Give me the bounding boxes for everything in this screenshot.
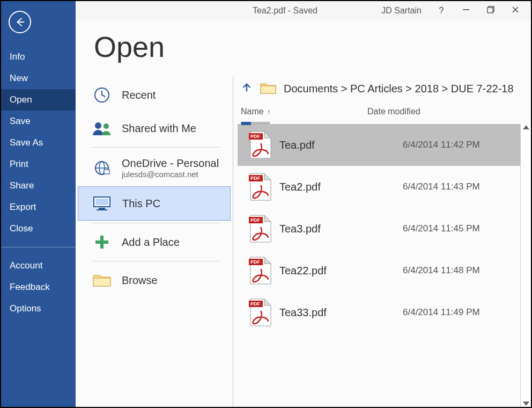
- location-item-shared-with-me[interactable]: Shared with Me: [76, 112, 233, 145]
- sidebar-item-open[interactable]: Open: [1, 89, 76, 111]
- folder-icon: [260, 81, 276, 97]
- file-row[interactable]: PDFTea33.pdf6/4/2014 11:49 PM: [238, 292, 520, 333]
- pdf-file-icon: PDF: [242, 130, 279, 159]
- up-level-button[interactable]: [241, 81, 253, 97]
- onedrive-icon: [92, 159, 112, 177]
- file-date: 6/4/2014 11:45 PM: [403, 223, 480, 234]
- location-item-label: Add a Place: [122, 236, 180, 249]
- pdf-file-icon: PDF: [242, 298, 279, 327]
- back-button[interactable]: [9, 11, 31, 33]
- sidebar-item-options[interactable]: Options: [1, 298, 76, 319]
- sidebar-item-label: Open: [10, 94, 32, 105]
- sidebar-item-save-as[interactable]: Save As: [1, 132, 76, 154]
- locations-panel: RecentShared with MeOneDrive - Personalj…: [76, 76, 233, 407]
- location-item-label: Shared with Me: [122, 122, 196, 135]
- close-window-button[interactable]: [511, 6, 520, 16]
- sidebar-item-save[interactable]: Save: [1, 111, 76, 132]
- file-list: PDFTea.pdf6/4/2014 11:42 PMPDFTea2.pdf6/…: [238, 124, 520, 407]
- minimize-button[interactable]: [461, 6, 471, 16]
- column-resize-slider[interactable]: [241, 122, 270, 124]
- main-content: Tea2.pdf - Saved JD Sartain ? Open Recen…: [76, 1, 531, 407]
- file-date: 6/4/2014 11:48 PM: [403, 265, 480, 276]
- location-item-recent[interactable]: Recent: [76, 78, 233, 112]
- breadcrumb-path[interactable]: Documents > PC Articles > 2018 > DUE 7-2…: [284, 83, 514, 95]
- backstage-sidebar: InfoNewOpenSaveSave AsPrintShareExportCl…: [1, 1, 76, 407]
- location-divider: [92, 147, 220, 148]
- sidebar-item-info[interactable]: Info: [1, 46, 76, 68]
- sidebar-item-label: Export: [10, 202, 36, 212]
- sidebar-item-label: Print: [10, 159, 28, 169]
- user-name[interactable]: JD Sartain: [381, 6, 422, 16]
- svg-text:PDF: PDF: [250, 259, 261, 265]
- svg-rect-11: [104, 170, 109, 174]
- sidebar-item-account[interactable]: Account: [1, 255, 76, 276]
- file-row[interactable]: PDFTea.pdf6/4/2014 11:42 PM: [238, 124, 520, 166]
- scrollbar[interactable]: [520, 124, 531, 407]
- sidebar-item-label: Account: [10, 260, 42, 271]
- pdf-file-icon: PDF: [242, 172, 279, 201]
- minimize-icon: [462, 6, 470, 13]
- sidebar-item-label: Feedback: [10, 282, 50, 292]
- clock-icon: [92, 86, 112, 104]
- sidebar-item-label: Info: [10, 52, 25, 62]
- pdf-file-icon: PDF: [242, 214, 279, 243]
- page-title: Open: [94, 30, 531, 63]
- breadcrumb: Documents > PC Articles > 2018 > DUE 7-2…: [238, 76, 531, 107]
- sidebar-item-share[interactable]: Share: [1, 175, 76, 196]
- sidebar-item-label: Save As: [10, 137, 43, 148]
- arrow-up-icon: [241, 81, 253, 94]
- sidebar-divider: [1, 247, 76, 247]
- sidebar-item-export[interactable]: Export: [1, 196, 76, 218]
- file-row[interactable]: PDFTea3.pdf6/4/2014 11:45 PM: [238, 208, 520, 250]
- scroll-up-icon[interactable]: [523, 125, 529, 129]
- document-title: Tea2.pdf - Saved: [253, 6, 317, 16]
- location-item-browse[interactable]: Browse: [76, 264, 233, 297]
- sidebar-item-label: New: [10, 73, 28, 83]
- svg-rect-13: [95, 199, 108, 205]
- location-item-onedrive-personal[interactable]: OneDrive - Personaljulesds@comcast.net: [76, 150, 233, 186]
- svg-rect-17: [95, 241, 108, 244]
- svg-text:PDF: PDF: [250, 217, 261, 223]
- restore-icon: [487, 6, 494, 13]
- svg-rect-15: [97, 209, 107, 210]
- svg-point-7: [104, 123, 109, 129]
- help-button[interactable]: ?: [437, 6, 446, 16]
- sidebar-item-new[interactable]: New: [1, 68, 76, 89]
- location-item-add-a-place[interactable]: Add a Place: [76, 225, 233, 259]
- thispc-icon: [92, 194, 113, 213]
- sidebar-item-label: Options: [10, 303, 41, 314]
- svg-point-6: [95, 122, 101, 129]
- svg-text:PDF: PDF: [250, 176, 261, 181]
- folder-icon: [92, 271, 112, 289]
- pdf-file-icon: PDF: [242, 256, 279, 285]
- column-header-name[interactable]: Name: [241, 107, 264, 116]
- sidebar-item-print[interactable]: Print: [1, 154, 76, 175]
- sort-asc-icon: ↑: [267, 107, 271, 116]
- location-item-label: This PC: [122, 198, 160, 210]
- titlebar: Tea2.pdf - Saved JD Sartain ?: [76, 1, 531, 20]
- location-item-this-pc[interactable]: This PC: [78, 186, 231, 221]
- file-name: Tea2.pdf: [279, 181, 403, 193]
- column-headers: Name ↑ Date modified: [238, 107, 531, 119]
- location-item-label: OneDrive - Personal: [122, 157, 219, 170]
- file-name: Tea.pdf: [279, 139, 403, 151]
- svg-text:PDF: PDF: [250, 301, 261, 307]
- file-name: Tea33.pdf: [279, 307, 403, 319]
- file-name: Tea3.pdf: [279, 223, 403, 235]
- file-date: 6/4/2014 11:42 PM: [403, 140, 480, 150]
- sidebar-item-label: Save: [10, 116, 31, 126]
- scroll-down-icon[interactable]: [523, 402, 529, 406]
- location-divider: [92, 223, 220, 223]
- people-icon: [92, 119, 112, 137]
- svg-rect-2: [487, 8, 493, 13]
- file-name: Tea22.pdf: [279, 265, 403, 277]
- column-header-date[interactable]: Date modified: [367, 107, 531, 116]
- location-item-sublabel: julesds@comcast.net: [122, 170, 219, 179]
- sidebar-item-feedback[interactable]: Feedback: [1, 276, 76, 298]
- restore-button[interactable]: [486, 6, 496, 16]
- file-row[interactable]: PDFTea2.pdf6/4/2014 11:43 PM: [238, 166, 520, 208]
- sidebar-item-close[interactable]: Close: [1, 218, 76, 239]
- close-icon: [512, 6, 519, 13]
- file-row[interactable]: PDFTea22.pdf6/4/2014 11:48 PM: [238, 250, 520, 292]
- file-date: 6/4/2014 11:43 PM: [403, 181, 480, 192]
